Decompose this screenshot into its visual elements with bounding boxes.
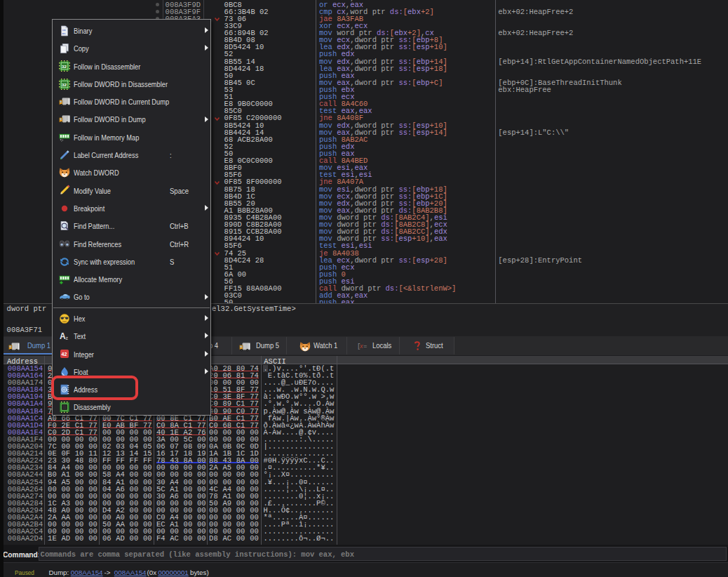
svg-text:01: 01 <box>62 31 66 34</box>
svg-text:42: 42 <box>61 352 67 357</box>
svg-text:z: z <box>65 336 68 340</box>
svg-text:=: = <box>363 343 367 350</box>
svg-text:32: 32 <box>62 81 67 86</box>
svg-text:32: 32 <box>62 64 67 69</box>
